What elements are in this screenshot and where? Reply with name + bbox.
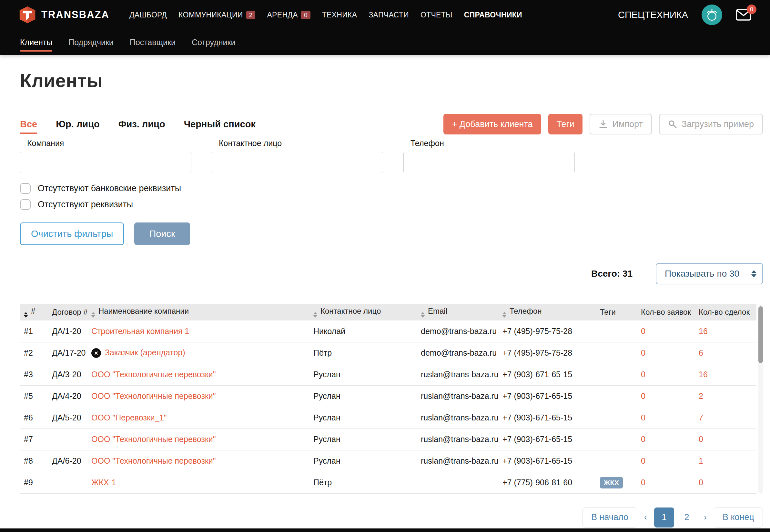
table-row: #5ДА/4-20ООО "Технологичные перевозки"Ру… [20, 385, 756, 407]
filter-tab-blacklist[interactable]: Черный список [184, 119, 256, 130]
requests-count[interactable]: 0 [641, 391, 646, 400]
cell-email: ruslan@trans-baza.ru [417, 429, 498, 450]
nav-item-badge: 2 [246, 11, 256, 19]
tomato-icon [705, 8, 719, 22]
blacklist-icon: ✕ [91, 348, 101, 358]
company-link[interactable]: ООО "Технологичные перевозки" [91, 456, 216, 465]
column-label: Телефон [509, 307, 542, 315]
cell-phone: +7 (495)-975-75-28 [498, 320, 596, 342]
column-label: Теги [600, 308, 616, 316]
requests-count[interactable]: 0 [641, 348, 646, 357]
clear-filters-button[interactable]: Очистить фильтры [20, 222, 124, 245]
table-row: #8ДА/6-20ООО "Технологичные перевозки"Ру… [20, 450, 756, 472]
column-label: Наименование компании [98, 307, 189, 315]
pagination-prev[interactable]: ‹ [640, 507, 652, 527]
filter-tab-legal[interactable]: Юр. лицо [56, 119, 100, 130]
cell-tags [596, 385, 637, 407]
vertical-scrollbar[interactable] [758, 305, 763, 494]
subnav-tab-clients[interactable]: Клиенты [20, 30, 52, 55]
cell-email [417, 472, 498, 493]
tags-button[interactable]: Теги [548, 114, 583, 134]
subnav-tab-suppliers[interactable]: Поставщики [130, 30, 175, 55]
cell-deals: 7 [695, 407, 756, 429]
column-header-phone[interactable]: Телефон [498, 304, 596, 320]
column-header-email[interactable]: Email [417, 304, 498, 320]
cell-tags [596, 320, 637, 342]
cell-num: #1 [20, 320, 48, 342]
column-label: Кол-во сделок [699, 308, 750, 316]
table-row: #3ДА/3-20ООО "Технологичные перевозки"Ру… [20, 364, 756, 385]
company-link[interactable]: Строительная компания 1 [91, 327, 189, 336]
cell-contract: ДА/17-20 [48, 342, 87, 364]
checkbox-no-bank-details[interactable] [20, 183, 31, 194]
deals-count[interactable]: 7 [699, 413, 703, 422]
company-filter-input[interactable] [20, 152, 191, 173]
pagination: В начало ‹ 1 2 › В конец [20, 507, 763, 527]
filter-tab-individual[interactable]: Физ. лицо [118, 119, 165, 130]
checkbox-row-no-bank-details[interactable]: Отсутствуют банковские реквизиты [20, 183, 763, 194]
deals-count[interactable]: 2 [699, 391, 703, 400]
pagination-last[interactable]: В конец [714, 507, 763, 527]
nav-item-directories[interactable]: СПРАВОЧНИКИ [464, 11, 522, 19]
column-header-company[interactable]: Наименование компании [87, 304, 310, 320]
scrollbar-thumb[interactable] [758, 306, 763, 363]
mail-button[interactable]: 0 [736, 9, 751, 21]
company-link[interactable]: ООО "Технологичные перевозки" [91, 391, 216, 400]
company-link[interactable]: Заказчик (арендатор) [105, 348, 185, 357]
avatar[interactable] [702, 5, 722, 25]
deals-count[interactable]: 6 [699, 348, 703, 357]
checkbox-row-no-details[interactable]: Отсутствуют реквизиты [20, 199, 763, 210]
main-menu: ДАШБОРДКОММУНИКАЦИИ2АРЕНДА0ТЕХНИКАЗАПЧАС… [129, 11, 522, 19]
deals-count[interactable]: 0 [699, 435, 703, 444]
subnav-tab-employees[interactable]: Сотрудники [192, 30, 235, 55]
table-body: #1ДА/1-20Строительная компания 1Николайd… [20, 320, 756, 493]
company-link[interactable]: ЖКХ-1 [91, 478, 116, 487]
pagination-page-1[interactable]: 1 [654, 507, 674, 527]
checkbox-no-details[interactable] [20, 199, 31, 210]
pagination-next[interactable]: › [699, 507, 711, 527]
requests-count[interactable]: 0 [641, 370, 646, 379]
nav-item-label: ЗАПЧАСТИ [369, 11, 409, 19]
nav-item-reports[interactable]: ОТЧЕТЫ [420, 11, 452, 19]
pagination-first[interactable]: В начало [583, 507, 637, 527]
clients-table-wrap: #Договор #Наименование компанииКонтактно… [20, 304, 763, 494]
deals-count[interactable]: 0 [699, 478, 703, 487]
filter-tab-all[interactable]: Все [20, 119, 37, 130]
phone-filter-input[interactable] [403, 152, 575, 173]
company-link[interactable]: ООО "Технологичные перевозки" [91, 370, 216, 379]
nav-item-dashboard[interactable]: ДАШБОРД [129, 11, 167, 19]
search-button[interactable]: Поиск [134, 222, 190, 245]
page-size-select[interactable]: Показывать по 30 [656, 263, 763, 284]
nav-item-badge: 0 [301, 11, 311, 19]
context-label: СПЕЦТЕХНИКА [618, 10, 688, 20]
brand[interactable]: TRANSBAZA [19, 6, 109, 24]
pagination-page-2[interactable]: 2 [677, 507, 697, 527]
column-header-num[interactable]: # [20, 304, 48, 320]
table-header-row: #Договор #Наименование компанииКонтактно… [20, 304, 756, 320]
subnav-tab-contractors[interactable]: Подрядчики [68, 30, 113, 55]
cell-phone: +7 (903)-671-65-15 [498, 385, 596, 407]
company-link[interactable]: ООО "Технологичные перевозки" [91, 435, 216, 444]
requests-count[interactable]: 0 [641, 327, 646, 336]
requests-count[interactable]: 0 [641, 478, 646, 487]
requests-count[interactable]: 0 [641, 435, 646, 444]
cell-company: ЖКХ-1 [87, 472, 310, 493]
deals-count[interactable]: 1 [699, 456, 703, 465]
nav-item-parts[interactable]: ЗАПЧАСТИ [369, 11, 409, 19]
nav-item-rent[interactable]: АРЕНДА0 [267, 11, 310, 19]
nav-item-vehicles[interactable]: ТЕХНИКА [322, 11, 357, 19]
load-sample-button[interactable]: Загрузить пример [659, 114, 763, 134]
deals-count[interactable]: 16 [699, 370, 708, 379]
requests-count[interactable]: 0 [641, 456, 646, 465]
column-header-tags: Теги [596, 304, 637, 320]
column-header-contact[interactable]: Контактное лицо [310, 304, 417, 320]
company-link[interactable]: ООО "Перевозки_1" [91, 413, 167, 422]
cell-email: demo@trans-baza.ru [417, 320, 498, 342]
nav-item-communications[interactable]: КОММУНИКАЦИИ2 [178, 11, 255, 19]
import-button[interactable]: Импорт [590, 114, 652, 134]
add-client-button[interactable]: + Добавить клиента [443, 114, 541, 134]
nav-item-label: АРЕНДА [267, 11, 298, 19]
requests-count[interactable]: 0 [641, 413, 646, 422]
deals-count[interactable]: 16 [699, 327, 708, 336]
contact-filter-input[interactable] [212, 152, 383, 173]
